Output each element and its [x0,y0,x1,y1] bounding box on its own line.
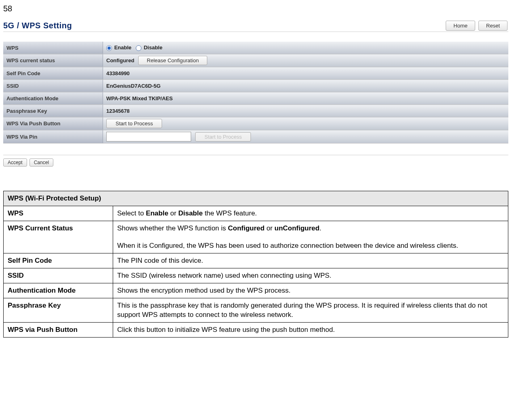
t: Configured [228,224,265,232]
desc-row-wps: WPS Select to Enable or Disable the WPS … [4,206,508,221]
release-configuration-button[interactable]: Release Configuration [138,56,207,65]
start-process-pin-button[interactable]: Start to Process [195,132,251,141]
row-pushbutton: WPS Via Push Button Start to Process [3,117,508,130]
reset-button[interactable]: Reset [478,21,508,31]
desc-row-passphrase: Passphrase Key This is the passphrase ke… [4,298,508,323]
accept-button[interactable]: Accept [3,158,27,167]
cancel-button[interactable]: Cancel [29,158,53,167]
t: Disable [178,209,202,217]
ssid-label: SSID [3,80,103,92]
desc-ssid-label: SSID [4,268,113,283]
t: or [168,209,179,217]
row-status: WPS current status Configured Release Co… [3,54,508,67]
auth-label: Authentication Mode [3,92,103,105]
desc-header: WPS (Wi-Fi Protected Setup) [4,191,508,206]
action-row: Accept Cancel [3,155,508,167]
desc-row-status: WPS Current Status Shows whether the WPS… [4,221,508,253]
status-value-cell: Configured Release Configuration [103,54,509,67]
config-table: WPS Enable Disable WPS current status Co… [3,42,508,144]
status-value: Configured [106,57,134,63]
pin-value-cell: Start to Process [103,130,509,144]
row-ssid: SSID EnGeniusD7AC6D-5G [3,80,508,92]
selfpin-label: Self Pin Code [3,67,103,80]
desc-status-text: Shows whether the WPS function is Config… [113,221,508,253]
desc-row-auth: Authentication Mode Shows the encryption… [4,283,508,298]
t: unConfigured [274,224,319,232]
radio-disable-icon[interactable] [136,45,141,51]
row-passphrase: Passphrase Key 12345678 [3,105,508,117]
wps-pin-input[interactable] [106,132,191,141]
desc-pass-text: This is the passphrase key that is rando… [113,298,508,323]
status-label: WPS current status [3,54,103,67]
t: Enable [146,209,168,217]
radio-enable-icon[interactable] [106,45,112,51]
t: When it is Configured, the WPS has been … [117,241,504,251]
row-selfpin: Self Pin Code 43384990 [3,67,508,80]
wps-value-cell: Enable Disable [103,42,509,54]
desc-push-text: Click this button to initialize WPS feat… [113,323,508,338]
title-bar: 5G / WPS Setting Home Reset [3,19,508,32]
desc-auth-text: Shows the encryption method used by the … [113,283,508,298]
desc-wps-label: WPS [4,206,113,221]
desc-auth-label: Authentication Mode [4,283,113,298]
row-auth: Authentication Mode WPA-PSK Mixed TKIP/A… [3,92,508,105]
selfpin-value: 43384990 [103,67,509,80]
row-wps: WPS Enable Disable [3,42,508,54]
home-button[interactable]: Home [446,21,475,31]
wps-enable-text: Enable [114,44,132,51]
desc-row-ssid: SSID The SSID (wireless network name) us… [4,268,508,283]
wps-disable-text: Disable [144,44,162,51]
desc-selfpin-label: Self Pin Code [4,253,113,268]
auth-value: WPA-PSK Mixed TKIP/AES [103,92,509,105]
desc-ssid-text: The SSID (wireless network name) used wh… [113,268,508,283]
desc-selfpin-text: The PIN code of this device. [113,253,508,268]
desc-push-label: WPS via Push Button [4,323,113,338]
page-number: 58 [0,0,516,13]
desc-row-selfpin: Self Pin Code The PIN code of this devic… [4,253,508,268]
start-process-push-button[interactable]: Start to Process [106,119,162,128]
desc-row-push: WPS via Push Button Click this button to… [4,323,508,338]
t: . [320,224,322,232]
t: the WPS feature. [203,209,257,217]
passphrase-value: 12345678 [103,105,509,117]
router-config-screenshot: 5G / WPS Setting Home Reset WPS Enable D… [3,19,508,144]
t: or [265,224,275,232]
t: Shows whether the WPS function is [117,224,228,232]
desc-header-row: WPS (Wi-Fi Protected Setup) [4,191,508,206]
pushbutton-value-cell: Start to Process [103,117,509,130]
row-pin: WPS Via Pin Start to Process [3,130,508,144]
pushbutton-label: WPS Via Push Button [3,117,103,130]
title-button-group: Home Reset [446,21,508,31]
description-table: WPS (Wi-Fi Protected Setup) WPS Select t… [3,191,508,338]
passphrase-label: Passphrase Key [3,105,103,117]
pin-label: WPS Via Pin [3,130,103,144]
desc-wps-text: Select to Enable or Disable the WPS feat… [113,206,508,221]
ssid-value: EnGeniusD7AC6D-5G [103,80,509,92]
wps-label: WPS [3,42,103,54]
page-title: 5G / WPS Setting [3,21,72,30]
t: Select to [117,209,146,217]
desc-status-label: WPS Current Status [4,221,113,253]
desc-pass-label: Passphrase Key [4,298,113,323]
